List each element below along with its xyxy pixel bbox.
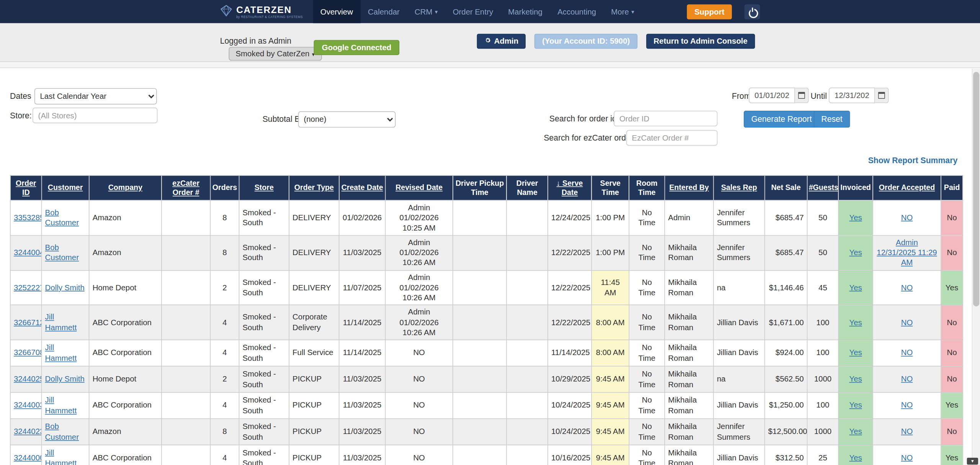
customer-link[interactable]: Bob Customer: [45, 208, 79, 227]
invoiced-link[interactable]: Yes: [849, 213, 862, 222]
sort-link-customer[interactable]: Customer: [48, 183, 83, 192]
cell-guests: 100: [807, 340, 839, 366]
sort-link-order_accepted[interactable]: Order Accepted: [879, 183, 935, 192]
support-button[interactable]: Support: [687, 4, 732, 19]
subtotal-select[interactable]: (none): [298, 111, 396, 128]
sort-link-company[interactable]: Company: [108, 183, 142, 192]
sort-link-revised_date[interactable]: Revised Date: [395, 183, 443, 192]
cell-order_accepted: NO: [873, 305, 941, 340]
order_id-link[interactable]: 3244000: [14, 454, 42, 462]
sort-link-entered_by[interactable]: Entered By: [669, 183, 709, 192]
reset-button[interactable]: Reset: [814, 111, 850, 128]
customer-link[interactable]: Dolly Smith: [45, 375, 85, 384]
until-date-input[interactable]: [829, 88, 875, 103]
col-header-sales_rep[interactable]: Sales Rep: [714, 175, 765, 200]
invoiced-link[interactable]: Yes: [849, 401, 862, 410]
dates-select[interactable]: Last Calendar Year: [34, 88, 157, 104]
scrollbar-thumb[interactable]: [973, 72, 979, 306]
order-id-search-input[interactable]: [614, 111, 717, 126]
customer-link[interactable]: Bob Customer: [45, 422, 79, 441]
admin-button[interactable]: Admin: [477, 34, 526, 49]
calendar-icon[interactable]: [875, 88, 889, 103]
calendar-icon[interactable]: [795, 88, 809, 103]
google-connected-button[interactable]: Google Connected: [314, 40, 400, 55]
col-header-store[interactable]: Store: [239, 175, 289, 200]
customer-link[interactable]: Jill Hammett: [45, 313, 77, 332]
power-button[interactable]: [744, 4, 760, 19]
col-header-create_date[interactable]: Create Date: [339, 175, 385, 200]
col-header-serve_date[interactable]: ↓ Serve Date: [548, 175, 591, 200]
col-header-order_type[interactable]: Order Type: [289, 175, 339, 200]
return-admin-console-button[interactable]: Return to Admin Console: [646, 34, 755, 49]
order_accepted-link[interactable]: NO: [901, 318, 913, 327]
customer-link[interactable]: Jill Hammett: [45, 396, 77, 415]
customer-link[interactable]: Bob Customer: [45, 243, 79, 262]
invoiced-link[interactable]: Yes: [849, 318, 862, 327]
invoiced-link[interactable]: Yes: [849, 248, 862, 257]
order_accepted-link[interactable]: NO: [901, 401, 913, 410]
col-header-ezcater[interactable]: ezCater Order #: [162, 175, 210, 200]
order_id-link[interactable]: 3244025: [14, 375, 42, 384]
sort-link-create_date[interactable]: Create Date: [341, 183, 383, 192]
customer-link[interactable]: Dolly Smith: [45, 283, 85, 292]
generate-report-button[interactable]: Generate Report: [744, 111, 819, 128]
ezcater-search-input[interactable]: [626, 130, 717, 146]
nav-item-crm[interactable]: CRM▾: [407, 0, 445, 23]
vertical-scrollbar[interactable]: [972, 69, 980, 465]
order_id-link[interactable]: 3252227: [14, 283, 42, 292]
invoiced-link[interactable]: Yes: [849, 454, 862, 462]
sort-link-sales_rep[interactable]: Sales Rep: [721, 183, 757, 192]
order_accepted-link[interactable]: NO: [901, 375, 913, 384]
nav-item-order-entry[interactable]: Order Entry: [445, 0, 501, 23]
cell-net_sale: $924.00: [765, 340, 807, 366]
store-selector-dropdown[interactable]: Smoked by CaterZen▾: [229, 47, 322, 61]
account-id-button[interactable]: (Your Account ID: 5900): [535, 34, 637, 49]
sort-link-store[interactable]: Store: [255, 183, 274, 192]
sort-link-ezcater[interactable]: ezCater Order #: [172, 178, 199, 196]
sort-link-guests[interactable]: #Guests: [809, 183, 838, 192]
order_accepted-link[interactable]: NO: [901, 283, 913, 292]
order_id-link[interactable]: 3353285: [14, 213, 42, 222]
invoiced-link[interactable]: Yes: [849, 283, 862, 292]
nav-item-overview[interactable]: Overview: [313, 0, 360, 23]
cell-guests: 25: [807, 445, 839, 465]
nav-item-accounting[interactable]: Accounting: [550, 0, 604, 23]
caterzen-logo[interactable]: CATERZEN by RESTAURANT & CATERING SYSTEM…: [220, 0, 313, 23]
scroll-down-button[interactable]: ▾: [967, 458, 978, 465]
col-header-revised_date[interactable]: Revised Date: [385, 175, 453, 200]
order_accepted-link[interactable]: NO: [901, 349, 913, 357]
nav-item-marketing[interactable]: Marketing: [501, 0, 550, 23]
order_id-link[interactable]: 3266712: [14, 318, 42, 327]
cell-order_type: Full Service: [289, 340, 339, 366]
col-header-order_id[interactable]: Order ID: [10, 175, 42, 200]
order_id-link[interactable]: 3244004: [14, 248, 42, 257]
order_id-link[interactable]: 3244023: [14, 427, 42, 436]
nav-item-calendar[interactable]: Calendar: [360, 0, 407, 23]
order_accepted-link[interactable]: NO: [901, 454, 913, 462]
nav-item-more[interactable]: More▾: [604, 0, 642, 23]
invoiced-link[interactable]: Yes: [849, 349, 862, 357]
order_id-link[interactable]: 3266708: [14, 349, 42, 357]
col-header-guests[interactable]: #Guests: [807, 175, 839, 200]
show-report-summary-link[interactable]: Show Report Summary: [868, 156, 958, 165]
invoiced-link[interactable]: Yes: [849, 427, 862, 436]
col-header-order_accepted[interactable]: Order Accepted: [873, 175, 941, 200]
sort-link-order_type[interactable]: Order Type: [294, 183, 334, 192]
sort-link-order_id[interactable]: Order ID: [16, 178, 36, 196]
invoiced-link[interactable]: Yes: [849, 375, 862, 384]
cell-order_id: 3266708: [10, 340, 42, 366]
from-date-input[interactable]: [749, 88, 795, 103]
order_accepted-link[interactable]: NO: [901, 427, 913, 436]
order_id-link[interactable]: 3244003: [14, 401, 42, 410]
col-header-customer[interactable]: Customer: [42, 175, 89, 200]
cell-room_time: No Time: [629, 235, 665, 270]
customer-link[interactable]: Jill Hammett: [45, 449, 77, 465]
customer-link[interactable]: Jill Hammett: [45, 344, 77, 362]
col-header-company[interactable]: Company: [89, 175, 162, 200]
order_accepted-link[interactable]: Admin 12/31/2025 11:29 AM: [877, 238, 937, 267]
order_accepted-link[interactable]: NO: [901, 213, 913, 222]
cell-serve_time: 11:45 AM: [591, 270, 629, 305]
store-input[interactable]: [33, 108, 158, 123]
col-header-entered_by[interactable]: Entered By: [665, 175, 713, 200]
sort-link-serve_date[interactable]: ↓ Serve Date: [557, 178, 583, 196]
